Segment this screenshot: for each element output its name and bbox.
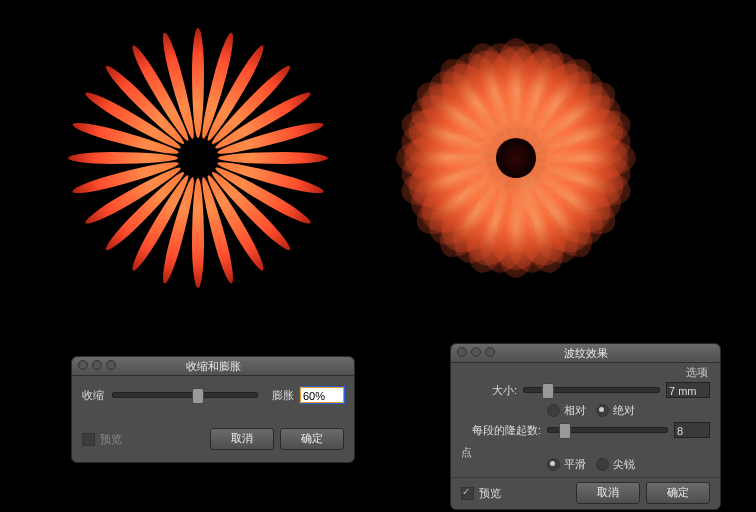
artwork-pucker-flower [62, 22, 334, 294]
window-minimize-icon[interactable] [471, 347, 481, 357]
zigzag-size-label: 大小: [461, 383, 517, 398]
zigzag-ridges-input[interactable]: 8 [674, 422, 710, 438]
window-close-icon[interactable] [78, 360, 88, 370]
pucker-preview-checkbox[interactable] [82, 433, 95, 446]
zigzag-titlebar[interactable]: 波纹效果 [451, 344, 720, 363]
pucker-slider[interactable] [112, 392, 258, 398]
zigzag-corner-label: 尖锐 [613, 457, 635, 472]
zigzag-preview-checkbox[interactable] [461, 487, 474, 500]
zigzag-relative-radio[interactable] [547, 404, 560, 417]
window-minimize-icon[interactable] [92, 360, 102, 370]
zigzag-size-slider[interactable] [523, 387, 660, 393]
pucker-min-label: 收缩 [82, 388, 112, 403]
zigzag-options-label: 选项 [686, 365, 708, 380]
pucker-preview-label: 预览 [100, 432, 122, 447]
window-close-icon[interactable] [457, 347, 467, 357]
zigzag-absolute-radio[interactable] [596, 404, 609, 417]
zigzag-ok-button[interactable]: 确定 [646, 482, 710, 504]
zigzag-ridges-label: 每段的隆起数: [461, 423, 541, 438]
zigzag-ridges-slider[interactable] [547, 427, 668, 433]
window-zoom-icon[interactable] [485, 347, 495, 357]
artwork-zigzag-flower [380, 22, 652, 294]
pucker-title: 收缩和膨胀 [186, 360, 241, 372]
zigzag-dialog: 波纹效果 选项 大小: 7 mm 相对 绝对 每段的隆起数: 8 点 平滑 [450, 343, 721, 510]
zigzag-points-label: 点 [461, 445, 472, 460]
pucker-max-label: 膨胀 [264, 388, 294, 403]
pucker-cancel-button[interactable]: 取消 [210, 428, 274, 450]
zigzag-corner-radio[interactable] [596, 458, 609, 471]
zigzag-size-input[interactable]: 7 mm [666, 382, 710, 398]
zigzag-cancel-button[interactable]: 取消 [576, 482, 640, 504]
pucker-bloat-dialog: 收缩和膨胀 收缩 膨胀 60% 预览 取消 确定 [71, 356, 355, 463]
zigzag-preview-label: 预览 [479, 486, 501, 501]
zigzag-absolute-label: 绝对 [613, 403, 635, 418]
pucker-ok-button[interactable]: 确定 [280, 428, 344, 450]
zigzag-title: 波纹效果 [564, 347, 608, 359]
zigzag-smooth-radio[interactable] [547, 458, 560, 471]
window-zoom-icon[interactable] [106, 360, 116, 370]
zigzag-relative-label: 相对 [564, 403, 586, 418]
zigzag-smooth-label: 平滑 [564, 457, 586, 472]
pucker-titlebar[interactable]: 收缩和膨胀 [72, 357, 354, 376]
pucker-value-input[interactable]: 60% [300, 387, 344, 403]
